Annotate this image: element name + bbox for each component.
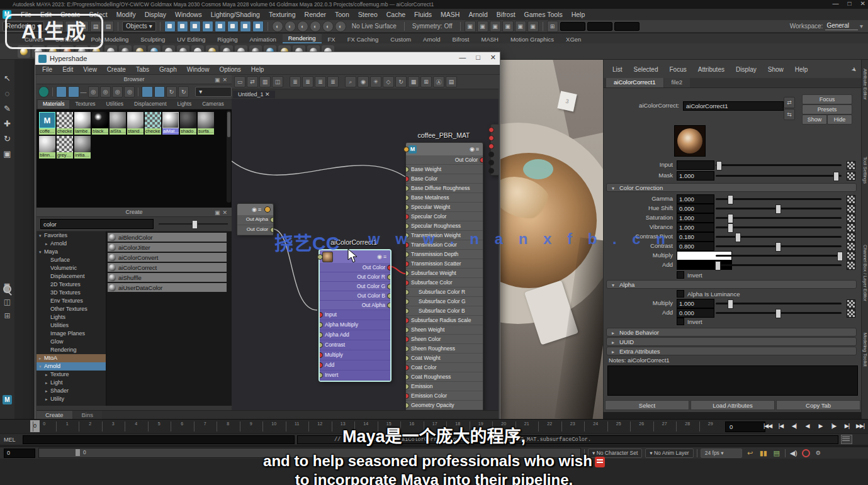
workspace-selector[interactable]: Workspace: General ▾	[790, 22, 863, 30]
tree-item-lights[interactable]: Lights	[37, 313, 106, 321]
tree-item-shader[interactable]: ▸Shader	[37, 387, 106, 395]
port-base-metalness[interactable]	[406, 195, 409, 201]
material-swatch-coffe[interactable]: Mcoffe…	[39, 112, 55, 135]
ne-toolbar-icon[interactable]: ⊞	[420, 76, 432, 87]
port-subsurface-color-b[interactable]	[406, 308, 409, 314]
shelf-tab-arnold[interactable]: Arnold	[417, 35, 446, 43]
map-texture-button[interactable]	[847, 252, 855, 260]
notes-textarea[interactable]	[607, 365, 858, 396]
add-slider[interactable]	[716, 264, 842, 266]
snap-grid-icon[interactable]	[164, 21, 176, 32]
menu-fluids[interactable]: Fluids	[410, 9, 436, 20]
menu-set-dropdown[interactable]: Rendering ▾	[3, 21, 44, 31]
menu-toon[interactable]: Toon	[330, 9, 354, 20]
coffee-attr-sheen-weight[interactable]: Sheen Weight	[406, 325, 483, 335]
port-transmission-weight[interactable]	[406, 233, 409, 238]
cc-out-out-alpha[interactable]: Out Alpha	[320, 301, 390, 310]
contrast-value-field[interactable]: 0.800	[677, 242, 714, 251]
node-state-icon[interactable]: ◉	[252, 206, 258, 213]
header-in-port[interactable]	[403, 147, 409, 152]
cc-in-multiply[interactable]: Multiply	[320, 350, 390, 360]
collapse-icon[interactable]	[68, 86, 79, 98]
coffee-attr-specular-roughness[interactable]: Specular Roughness	[406, 221, 483, 231]
ne-toolbar-icon[interactable]: ▥	[259, 76, 271, 87]
snap-lock-icon[interactable]	[252, 21, 264, 32]
graph-tab[interactable]: Untitled_1 ✕	[233, 91, 275, 98]
node-name-field[interactable]: aiColorCorrect1	[683, 101, 784, 111]
tree-item-light[interactable]: ▸Light	[37, 379, 106, 387]
map-texture-button[interactable]	[847, 242, 855, 251]
coffee-attr-coat-roughness[interactable]: Coat Roughness	[406, 372, 483, 382]
sort-mode-dropdown[interactable]: ▾	[195, 87, 232, 97]
paint-select-tool-icon[interactable]: ✎	[0, 101, 14, 116]
shelf-tab-xgen[interactable]: XGen	[560, 35, 587, 43]
ne-toolbar-icon[interactable]: Ⓐ	[433, 76, 444, 87]
shelf-tab-custom[interactable]: Custom	[385, 35, 417, 43]
contrast pivot-slider[interactable]	[716, 236, 842, 238]
ne-toolbar-icon[interactable]: ▭	[234, 76, 245, 87]
mask-slider[interactable]	[716, 175, 842, 177]
hypershade-title-bar[interactable]: Hypershade — □ ✕	[35, 52, 500, 65]
map-texture-button[interactable]	[847, 161, 855, 170]
panel-close-icon[interactable]: ✕	[222, 209, 230, 216]
add-slider[interactable]	[716, 312, 842, 314]
slider-handle[interactable]	[735, 233, 741, 242]
coffee-attr-specular-color[interactable]: Specular Color	[406, 212, 483, 221]
slider-handle[interactable]	[728, 195, 733, 204]
file-out-out-alpha[interactable]: Out Alpha	[237, 215, 273, 225]
panel-menu-icon[interactable]: ▣	[215, 77, 223, 83]
tree-item-other-textures[interactable]: Other Textures	[37, 305, 106, 313]
out-plug-dot[interactable]	[264, 206, 271, 213]
browser-tab-utilities[interactable]: Utilities	[101, 100, 128, 109]
anim-layers-icon[interactable]: ▤	[772, 449, 782, 458]
port-sheen-roughness[interactable]	[406, 346, 409, 352]
tree-item-texture[interactable]: ▸Texture	[37, 371, 106, 379]
hs-maximize-button[interactable]: □	[476, 53, 480, 62]
coffee-attr-base-metalness[interactable]: Base Metalness	[406, 193, 483, 203]
symmetry-label[interactable]: Symmetry: Off	[412, 23, 453, 30]
port-out-alpha[interactable]	[387, 303, 390, 308]
strip-attribute-editor[interactable]: Attribute Editor	[862, 69, 868, 100]
shelf-tab-fx[interactable]: FX	[322, 35, 341, 43]
menu-render[interactable]: Render	[300, 9, 330, 20]
coffee-attr-subsurface-color-r[interactable]: Subsurface Color R	[406, 287, 483, 297]
copy-tab-button[interactable]: Copy Tab	[776, 400, 860, 410]
contrast pivot-value-field[interactable]: 0.180	[677, 232, 714, 242]
slider-handle[interactable]	[728, 299, 733, 309]
tree-item-image-planes[interactable]: Image Planes	[37, 330, 106, 338]
redo-icon[interactable]: ▤	[103, 21, 114, 32]
shelf-tab-rigging[interactable]: Rigging	[211, 35, 243, 43]
invert-checkbox[interactable]: Invert	[677, 271, 702, 279]
mask-value-field[interactable]: 1.000	[677, 171, 714, 181]
ne-toolbar-icon[interactable]: ⇄	[247, 76, 258, 87]
tree-item-surface[interactable]: Surface	[37, 256, 106, 264]
node-menu-icon[interactable]: ≡	[383, 254, 388, 260]
slider-handle[interactable]	[716, 161, 722, 170]
menu-stereo[interactable]: Stereo	[354, 9, 382, 20]
ne-toolbar-icon[interactable]: ≣	[302, 76, 313, 87]
node-menu-icon[interactable]: ≡	[258, 206, 262, 213]
shelf-tab-sculpting[interactable]: Sculpting	[135, 35, 171, 43]
port-transmission-depth[interactable]	[406, 252, 409, 257]
shelf-icon[interactable]	[18, 45, 30, 58]
swatch-size-slider[interactable]	[159, 223, 228, 225]
tree-item-arnold[interactable]: ▾Arnold	[37, 362, 106, 371]
port-geometry-opacity[interactable]	[406, 403, 409, 408]
zoom-tool-icon[interactable]	[3, 285, 11, 293]
material-swatch-lambe[interactable]: lambe…	[74, 112, 91, 135]
pin-swatch-icon[interactable]: ↻	[178, 86, 189, 98]
coffee-attr-transmission-color[interactable]: Transmission Color	[406, 240, 483, 250]
pause-icon[interactable]: ▣	[527, 21, 539, 32]
coffee-attr-base-weight[interactable]: Base Weight	[406, 165, 483, 174]
ne-toolbar-icon[interactable]: ◇	[383, 76, 394, 87]
close-button[interactable]: ✕	[860, 0, 865, 7]
tree-item-utilities[interactable]: Utilities	[37, 321, 106, 330]
port-invert[interactable]	[320, 372, 323, 378]
port-base-color[interactable]	[406, 176, 409, 182]
header-in-port[interactable]	[317, 254, 323, 260]
ae-menu-selected[interactable]: Selected	[629, 65, 663, 75]
port-emission[interactable]	[406, 384, 409, 389]
hs-menu-graph[interactable]: Graph	[155, 65, 181, 74]
undo-icon[interactable]: ▤	[90, 21, 101, 32]
cc-out-out-color[interactable]: Out Color	[320, 263, 390, 272]
